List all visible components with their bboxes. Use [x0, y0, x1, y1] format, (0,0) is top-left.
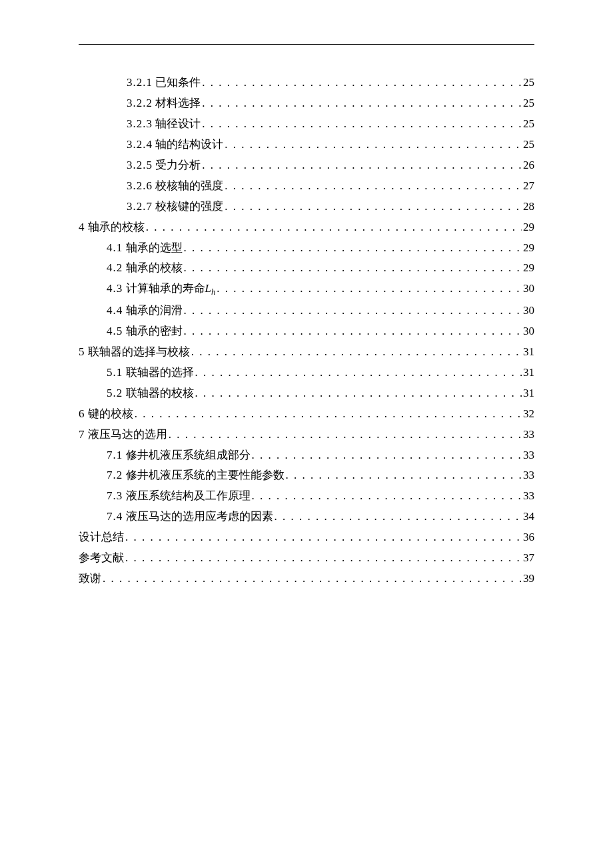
toc-entry-page: 25: [523, 73, 534, 93]
toc-entry-page: 28: [523, 197, 534, 217]
toc-entry-title: 联轴器的选择: [126, 366, 194, 379]
toc-entry: 7.4 液压马达的选用应考虑的因素 34: [79, 507, 534, 527]
toc-leader-dots: [191, 342, 522, 363]
toc-entry-label: 4.1 轴承的选型: [107, 238, 183, 259]
toc-entry-label: 4.3 计算轴承的寿命Lh: [107, 279, 215, 301]
toc-entry-page: 30: [523, 279, 534, 299]
toc-leader-dots: [217, 279, 522, 299]
toc-entry-number: 3.2.5: [127, 159, 153, 171]
toc-entry-title: 计算轴承的寿命: [126, 282, 205, 295]
toc-entry-label: 3.2.1 已知条件: [127, 73, 201, 93]
toc-entry-label: 3.2.7 校核键的强度: [127, 197, 223, 217]
toc-entry-number: 3.2.7: [127, 200, 153, 213]
toc-leader-dots: [202, 93, 522, 114]
toc-entry-page: 26: [523, 155, 534, 176]
toc-entry: 参考文献37: [79, 548, 534, 569]
toc-entry-number: 4.3: [107, 282, 123, 295]
toc-leader-dots: [202, 114, 522, 135]
toc-entry: 7.3 液压系统结构及工作原理 33: [79, 486, 534, 507]
toc-leader-dots: [125, 527, 522, 548]
toc-entry: 4.4 轴承的润滑 30: [79, 301, 534, 321]
toc-entry: 5.1 联轴器的选择 31: [79, 363, 534, 383]
toc-entry-number: 6: [79, 407, 85, 420]
toc-entry-title: 液压马达的选用应考虑的因素: [126, 510, 273, 523]
toc-entry-label: 7 液压马达的选用: [79, 425, 167, 445]
toc-entry-label: 5.1 联轴器的选择: [107, 363, 194, 383]
toc-entry-label: 参考文献: [79, 548, 124, 569]
toc-entry-label: 3.2.4 轴的结构设计: [127, 135, 223, 155]
toc-entry: 3.2.7 校核键的强度28: [79, 197, 534, 217]
toc-leader-dots: [184, 258, 522, 279]
toc-entry: 3.2.1 已知条件25: [79, 73, 534, 93]
toc-entry-title: 轴承的校核: [126, 261, 183, 274]
toc-entry-title: 校核轴的强度: [155, 179, 223, 192]
toc-entry-page: 36: [523, 527, 534, 548]
toc-entry-label: 3.2.2 材料选择: [127, 93, 201, 114]
toc-entry-number: 7.3: [107, 489, 123, 502]
toc-entry-number: 3.2.4: [127, 138, 153, 151]
toc-entry: 4.2 轴承的校核 29: [79, 258, 534, 279]
toc-entry-label: 4.2 轴承的校核: [107, 258, 183, 279]
toc-leader-dots: [184, 238, 522, 259]
toc-entry-page: 29: [523, 217, 534, 238]
toc-entry-page: 37: [523, 548, 534, 569]
toc-entry-label: 4 轴承的校核: [79, 217, 145, 238]
toc-entry-suffix: Lh: [205, 282, 216, 295]
header-rule: [79, 44, 534, 45]
toc-entry-title: 联轴器的选择与校核: [88, 345, 190, 358]
toc-entry: 3.2.5 受力分析26: [79, 155, 534, 176]
toc-entry-title: 修井机液压系统组成部分: [126, 449, 251, 461]
toc-entry: 4.5 轴承的密封 30: [79, 321, 534, 342]
toc-entry-number: 4.4: [107, 304, 123, 317]
toc-leader-dots: [169, 425, 522, 445]
toc-leader-dots: [252, 486, 522, 507]
toc-entry-number: 7.2: [107, 469, 123, 481]
toc-entry-page: 25: [523, 93, 534, 114]
toc-entry: 6 键的校核32: [79, 404, 534, 425]
toc-entry-title: 轴承的密封: [126, 325, 183, 337]
toc-entry-page: 33: [523, 465, 534, 486]
toc-entry-number: 7.4: [107, 510, 123, 523]
toc-leader-dots: [184, 321, 522, 342]
toc-entry-title: 受力分析: [155, 159, 201, 171]
toc-entry-title: 液压马达的选用: [88, 428, 167, 441]
toc-entry-title: 致谢: [79, 572, 101, 585]
toc-entry-page: 29: [523, 238, 534, 259]
toc-entry-title: 轴承的润滑: [126, 304, 183, 317]
toc-entry-title: 参考文献: [79, 551, 124, 564]
toc-entry-page: 39: [523, 569, 534, 589]
toc-entry-number: 3.2.3: [127, 117, 153, 130]
toc-entry-page: 31: [523, 363, 534, 383]
toc-entry-title: 设计总结: [79, 531, 124, 543]
toc-entry-title: 轴的结构设计: [155, 138, 223, 151]
toc-entry: 4.3 计算轴承的寿命Lh 30: [79, 279, 534, 301]
toc-entry-number: 3.2.2: [127, 97, 153, 109]
toc-entry: 3.2.3 轴径设计25: [79, 114, 534, 135]
toc-entry-label: 3.2.6 校核轴的强度: [127, 176, 223, 197]
toc-leader-dots: [225, 197, 522, 217]
toc-entry-page: 30: [523, 301, 534, 321]
toc-entry-title: 轴径设计: [155, 117, 201, 130]
toc-entry-label: 致谢: [79, 569, 101, 589]
toc-entry-number: 4.1: [107, 241, 123, 254]
toc-entry: 致谢39: [79, 569, 534, 589]
toc-entry-title: 键的校核: [88, 407, 133, 420]
toc-entry: 3.2.6 校核轴的强度27: [79, 176, 534, 197]
toc-entry-page: 29: [523, 258, 534, 279]
toc-leader-dots: [225, 135, 522, 155]
toc-entry-label: 5 联轴器的选择与校核: [79, 342, 190, 363]
toc-entry-label: 4.4 轴承的润滑: [107, 301, 183, 321]
toc-entry-label: 3.2.5 受力分析: [127, 155, 201, 176]
toc-leader-dots: [103, 569, 522, 589]
toc-leader-dots: [195, 363, 522, 383]
toc-entry-page: 31: [523, 383, 534, 404]
toc-entry-number: 4.5: [107, 325, 123, 337]
toc-entry: 5.2 联轴器的校核 31: [79, 383, 534, 404]
toc-entry-label: 3.2.3 轴径设计: [127, 114, 201, 135]
toc-entry-page: 32: [523, 404, 534, 425]
toc-entry-label: 设计总结: [79, 527, 124, 548]
toc-entry-title: 轴承的选型: [126, 241, 183, 254]
toc-leader-dots: [125, 548, 522, 569]
toc-entry-page: 33: [523, 425, 534, 445]
toc-entry-title: 轴承的校核: [88, 221, 145, 233]
